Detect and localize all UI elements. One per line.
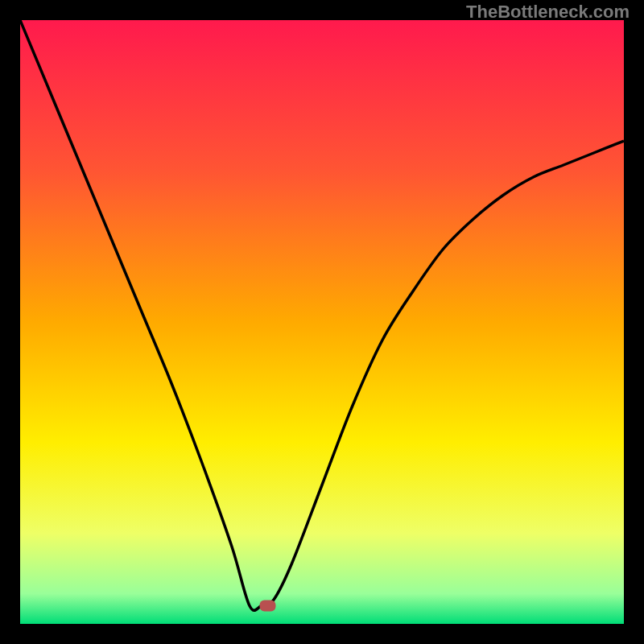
optimal-marker — [260, 601, 276, 612]
chart-container — [20, 20, 624, 624]
chart-svg — [20, 20, 624, 624]
chart-background — [20, 20, 624, 624]
watermark-text: TheBottleneck.com — [466, 2, 630, 23]
